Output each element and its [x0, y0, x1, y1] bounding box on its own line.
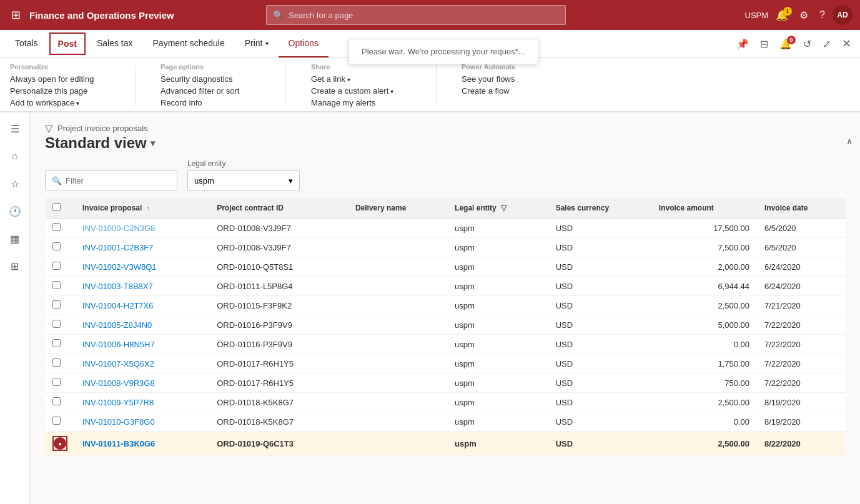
filter-input[interactable]: [66, 176, 171, 185]
tab-options[interactable]: Options: [279, 30, 329, 57]
row-checkbox[interactable]: [52, 378, 61, 386]
table-wrapper: Invoice proposal ↑ Project contract ID D…: [45, 198, 845, 456]
sidebar-modules-icon[interactable]: ⊞: [4, 255, 26, 277]
invoice-link[interactable]: INV-01007-X5Q6X2: [82, 359, 154, 368]
get-link-item[interactable]: Get a link: [311, 73, 411, 85]
filter-group: 🔍: [45, 170, 177, 190]
invoice-id-cell: INV-01009-Y5P7R8: [75, 393, 209, 412]
sales-currency-cell: USD: [548, 219, 651, 238]
row-checkbox[interactable]: [52, 339, 61, 347]
sidebar-nav-icon[interactable]: ☰: [4, 117, 26, 140]
row-checkbox-cell: [45, 412, 75, 432]
invoice-link[interactable]: INV-01008-V9R3G8: [82, 378, 155, 388]
invoice-amount-cell: 6,944.44: [651, 277, 757, 296]
th-invoice-proposal[interactable]: Invoice proposal ↑: [75, 198, 209, 219]
alert-badge: 0: [787, 36, 796, 44]
row-checkbox[interactable]: [52, 397, 61, 405]
legal-entity-label: Legal entity: [187, 159, 300, 168]
th-sales-currency[interactable]: Sales currency: [548, 198, 651, 219]
refresh-button[interactable]: ↺: [799, 36, 815, 52]
row-checkbox-cell: ●: [45, 432, 75, 456]
row-checkbox[interactable]: [52, 320, 61, 328]
invoice-link[interactable]: INV-01002-V3W8Q1: [82, 262, 157, 272]
invoice-link[interactable]: INV-01010-G3F8G0: [82, 417, 155, 427]
select-all-checkbox[interactable]: [52, 203, 61, 211]
tab-payment-schedule[interactable]: Payment schedule: [143, 30, 235, 57]
invoice-link[interactable]: INV-01004-H2T7X6: [82, 301, 153, 310]
filter-icon[interactable]: ▽: [45, 122, 52, 134]
alert-count-button[interactable]: 🔔 0: [776, 36, 796, 52]
manage-alerts-item[interactable]: Manage my alerts: [311, 97, 411, 109]
waffle-icon[interactable]: ⊞: [7, 4, 24, 26]
invoice-date-cell: 7/21/2020: [757, 296, 845, 315]
notification-bell-button[interactable]: 🔔 1: [772, 7, 792, 24]
tab-post[interactable]: Post: [49, 32, 86, 55]
invoice-date-cell: 6/24/2020: [757, 257, 845, 277]
row-checkbox-cell: [45, 238, 75, 257]
view-selector-caret-icon[interactable]: ▾: [151, 138, 155, 148]
page-options-group-label: Page options: [161, 63, 260, 71]
table-row: INV-01000-C2N3G8ORD-01008-V3J9F7uspmUSD1…: [45, 219, 845, 238]
split-button[interactable]: ⊟: [756, 36, 772, 52]
see-flows-item[interactable]: See your flows: [462, 73, 561, 85]
sidebar-workspaces-icon[interactable]: ▦: [4, 227, 26, 250]
create-alert-item[interactable]: Create a custom alert: [311, 85, 411, 97]
th-invoice-amount[interactable]: Invoice amount: [651, 198, 757, 219]
sidebar-favorites-icon[interactable]: ☆: [4, 172, 26, 195]
settings-button[interactable]: ⚙: [796, 7, 812, 24]
global-search[interactable]: 🔍: [266, 5, 566, 25]
invoice-link[interactable]: INV-01006-H8N5H7: [82, 340, 155, 349]
invoice-amount-cell: 2,500.00: [651, 296, 757, 315]
row-checkbox[interactable]: [52, 417, 61, 425]
avatar[interactable]: AD: [833, 5, 853, 25]
scroll-up-chevron[interactable]: ∧: [846, 136, 853, 146]
personalize-page-item[interactable]: Personalize this page: [10, 85, 110, 97]
processing-banner: Please wait. We're processing your reque…: [348, 39, 538, 64]
invoice-link[interactable]: INV-01005-Z8J4N0: [82, 320, 152, 330]
row-checkbox[interactable]: [52, 300, 61, 309]
ribbon-group-page-options: Page options Security diagnostics Advanc…: [161, 63, 260, 109]
legal-entity-filter-icon[interactable]: ▽: [501, 204, 507, 212]
tab-totals[interactable]: Totals: [5, 30, 48, 57]
th-legal-entity[interactable]: Legal entity ▽: [447, 198, 548, 219]
close-button[interactable]: ✕: [838, 34, 855, 53]
create-flow-item[interactable]: Create a flow: [462, 85, 561, 97]
row-checkbox[interactable]: [52, 242, 61, 250]
invoice-link[interactable]: INV-01009-Y5P7R8: [82, 398, 154, 407]
sales-currency-cell: USD: [548, 257, 651, 277]
row-checkbox[interactable]: [52, 281, 61, 289]
search-input[interactable]: [289, 11, 559, 20]
contract-id-cell: ORD-01016-P3F9V9: [209, 315, 348, 335]
th-project-contract[interactable]: Project contract ID: [209, 198, 348, 219]
maximize-button[interactable]: ⤢: [819, 36, 834, 52]
tab-sales-tax[interactable]: Sales tax: [87, 30, 143, 57]
row-checkbox[interactable]: [52, 223, 61, 231]
invoice-link[interactable]: INV-01011-B3K0G6: [82, 439, 155, 448]
invoice-link[interactable]: INV-01000-C2N3G8: [82, 224, 155, 233]
security-diagnostics-item[interactable]: Security diagnostics: [161, 73, 260, 85]
add-workspace-item[interactable]: Add to workspace: [10, 97, 110, 109]
sales-currency-cell: USD: [548, 354, 651, 373]
legal-entity-select[interactable]: uspm ▾: [187, 170, 300, 190]
filter-input-wrapper[interactable]: 🔍: [45, 170, 177, 190]
help-button[interactable]: ?: [816, 7, 829, 23]
pin-button[interactable]: 📌: [733, 36, 753, 52]
sidebar-recent-icon[interactable]: 🕐: [4, 200, 26, 222]
record-info-item[interactable]: Record info: [161, 97, 260, 109]
processing-message: Please wait. We're processing your reque…: [362, 47, 525, 56]
row-checkbox[interactable]: [52, 358, 61, 367]
invoice-link[interactable]: INV-01001-C2B3F7: [82, 243, 153, 252]
tab-print[interactable]: Print ▾: [235, 30, 279, 57]
always-open-item[interactable]: Always open for editing: [10, 73, 110, 85]
th-invoice-date[interactable]: Invoice date: [757, 198, 845, 219]
ribbon-group-power-automate: Power Automate See your flows Create a f…: [462, 63, 561, 109]
th-delivery-name[interactable]: Delivery name: [348, 198, 447, 219]
row-checkbox[interactable]: [52, 262, 61, 270]
sales-currency-cell: USD: [548, 296, 651, 315]
filter-row: 🔍 Legal entity uspm ▾: [45, 159, 845, 190]
invoice-link[interactable]: INV-01003-T8B8X7: [82, 282, 153, 291]
advanced-filter-item[interactable]: Advanced filter or sort: [161, 85, 260, 97]
legal-entity-cell: uspm: [447, 373, 548, 393]
sidebar-home-icon[interactable]: ⌂: [4, 145, 26, 167]
contract-id-cell: ORD-01016-P3F9V9: [209, 335, 348, 354]
